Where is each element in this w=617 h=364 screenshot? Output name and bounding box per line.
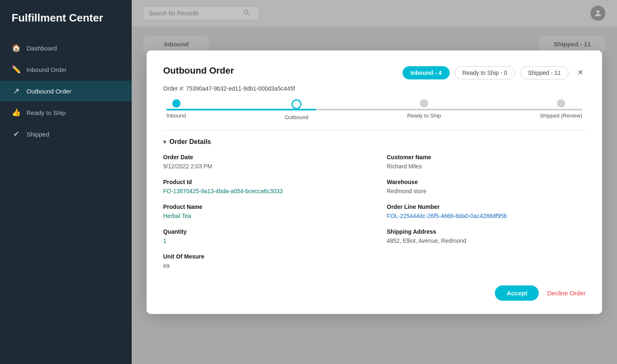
home-icon: 🏠 [12, 43, 21, 53]
value-product-name: Herbal Tea [163, 213, 362, 219]
order-number-value: 75390a47-9b32-ed11-9db1-000d3a5c445f [186, 85, 295, 92]
sidebar-label-shipped: Shipped [27, 131, 49, 138]
sidebar-item-dashboard[interactable]: 🏠 Dashboard [0, 38, 132, 58]
label-unit-of-mesure: Unit Of Mesure [163, 253, 362, 260]
field-unit-of-mesure: Unit Of Mesure ea [163, 253, 362, 269]
step-dot-inbound [172, 99, 181, 108]
stepper-steps: Inbound Outbound Ready to Ship Shipped (… [166, 99, 582, 120]
step-dot-ready-to-ship [420, 99, 428, 108]
step-ready-to-ship: Ready to Ship [407, 99, 441, 120]
sidebar-label-inbound-order: Inbound Order [27, 66, 67, 73]
value-order-date: 9/12/2022 2:03 PM [163, 163, 362, 170]
field-shipping-address: Shipping Address 4852, Elliot, Avenue, R… [387, 228, 586, 244]
accept-button[interactable]: Accept [495, 285, 539, 301]
sidebar: Fulfillment Center 🏠 Dashboard ✏️ Inboun… [0, 0, 132, 364]
modal-header: Outbound Order Inbound - 4 Ready to Ship… [163, 65, 586, 79]
shipped-icon: ✔ [12, 129, 21, 139]
sidebar-label-outbound-order: Outbound Order [27, 88, 71, 95]
stepper: Inbound Outbound Ready to Ship Shipped (… [163, 99, 586, 120]
chevron-down-icon: ▾ [163, 139, 166, 145]
order-details-toggle[interactable]: ▾ Order Details [163, 138, 586, 146]
label-shipping-address: Shipping Address [387, 228, 586, 235]
badge-inbound[interactable]: Inbound - 4 [402, 66, 449, 79]
value-customer-name: Richard Miles [387, 163, 586, 170]
value-product-id: FO-13870425-9a13-4bda-a054-bcecca6c3033 [163, 188, 362, 194]
sidebar-item-ready-to-ship[interactable]: 👍 Ready to Ship [0, 102, 132, 123]
step-label-outbound: Outbound [285, 114, 308, 120]
inbound-icon: ✏️ [12, 65, 21, 74]
field-customer-name: Customer Name Richard Miles [387, 154, 586, 170]
label-product-id: Product Id [163, 179, 362, 185]
step-dot-shipped-review [557, 99, 565, 108]
details-left: Order Date 9/12/2022 2:03 PM Product Id … [163, 154, 362, 278]
modal-footer: Accept Decline Order [163, 285, 586, 301]
label-order-line-number: Order Line Number [387, 204, 586, 210]
value-order-line-number: FOL-225444dc-26f5-4666-8da0-0ac4288df95b [387, 213, 586, 219]
close-button[interactable]: × [575, 67, 586, 78]
label-warehouse: Warehouse [387, 179, 586, 185]
label-customer-name: Customer Name [387, 154, 586, 160]
value-warehouse: Redmond store [387, 188, 586, 194]
step-inbound: Inbound [166, 99, 186, 120]
label-order-date: Order Date [163, 154, 362, 160]
step-label-shipped-review: Shipped (Review) [540, 113, 582, 119]
step-dot-outbound [292, 99, 301, 109]
field-warehouse: Warehouse Redmond store [387, 179, 586, 194]
outbound-icon: ↗ [12, 86, 21, 96]
main-area: Inbound Shipped - 11 Outbound Order Inbo… [132, 0, 617, 364]
app-title: Fulfillment Center [0, 0, 132, 38]
details-right: Customer Name Richard Miles Warehouse Re… [387, 154, 586, 278]
divider [163, 130, 586, 131]
modal: Outbound Order Inbound - 4 Ready to Ship… [147, 50, 602, 314]
value-quantity: 1 [163, 237, 362, 244]
order-number: Order #: 75390a47-9b32-ed11-9db1-000d3a5… [163, 85, 586, 92]
step-outbound: Outbound [285, 99, 308, 120]
details-grid: Order Date 9/12/2022 2:03 PM Product Id … [163, 154, 586, 278]
field-product-id: Product Id FO-13870425-9a13-4bda-a054-bc… [163, 179, 362, 194]
label-quantity: Quantity [163, 228, 362, 235]
modal-title-block: Outbound Order [163, 65, 234, 76]
modal-overlay: Outbound Order Inbound - 4 Ready to Ship… [132, 0, 617, 364]
decline-button[interactable]: Decline Order [547, 290, 586, 297]
modal-title: Outbound Order [163, 65, 234, 76]
step-shipped-review: Shipped (Review) [540, 99, 582, 120]
sidebar-item-outbound-order[interactable]: ↗ Outbound Order [0, 81, 132, 101]
field-quantity: Quantity 1 [163, 228, 362, 244]
field-product-name: Product Name Herbal Tea [163, 204, 362, 219]
status-badges: Inbound - 4 Ready to Ship - 0 Shipped - … [402, 66, 569, 79]
sidebar-label-ready-to-ship: Ready to Ship [27, 109, 65, 116]
field-order-date: Order Date 9/12/2022 2:03 PM [163, 154, 362, 170]
field-order-line-number: Order Line Number FOL-225444dc-26f5-4666… [387, 204, 586, 219]
value-unit-of-mesure: ea [163, 262, 362, 269]
sidebar-item-shipped[interactable]: ✔ Shipped [0, 124, 132, 144]
badge-shipped[interactable]: Shipped - 11 [520, 66, 569, 79]
step-label-ready-to-ship: Ready to Ship [407, 113, 441, 119]
step-label-inbound: Inbound [166, 113, 186, 119]
value-shipping-address: 4852, Elliot, Avenue, Redmond [387, 237, 586, 244]
badge-ready-to-ship[interactable]: Ready to Ship - 0 [455, 66, 515, 79]
order-details-label: Order Details [169, 138, 211, 146]
ready-to-ship-icon: 👍 [12, 108, 21, 117]
sidebar-label-dashboard: Dashboard [27, 45, 57, 52]
label-product-name: Product Name [163, 204, 362, 210]
sidebar-nav: 🏠 Dashboard ✏️ Inbound Order ↗ Outbound … [0, 38, 132, 144]
order-number-label: Order #: [163, 85, 184, 92]
sidebar-item-inbound-order[interactable]: ✏️ Inbound Order [0, 59, 132, 80]
